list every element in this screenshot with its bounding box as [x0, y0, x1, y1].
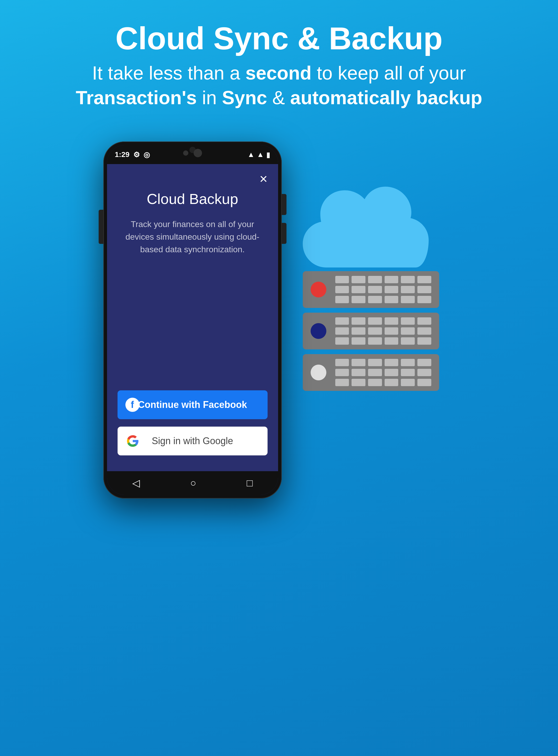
- google-icon: [126, 434, 140, 448]
- back-nav-icon[interactable]: ◁: [132, 477, 140, 489]
- wifi-icon: ▲: [247, 150, 255, 159]
- facebook-button-label: Continue with Facebook: [138, 399, 247, 410]
- subtitle-text2: Transaction's in Sync & automatically ba…: [76, 87, 482, 108]
- phone-device: 1:29 ⚙ ◎ ▲ ▲ ▮ × Cloud Backup Track your…: [103, 142, 282, 498]
- recent-nav-icon[interactable]: □: [247, 478, 253, 489]
- subtitle-text1: It take less than a second to keep all o…: [92, 63, 466, 83]
- subtitle: It take less than a second to keep all o…: [26, 61, 532, 110]
- front-camera-main: [194, 149, 202, 157]
- settings-icon: ⚙: [133, 150, 140, 159]
- facebook-button[interactable]: f Continue with Facebook: [118, 390, 268, 419]
- server-indicator-red: [311, 282, 326, 297]
- google-g-icon: [127, 435, 138, 447]
- server-rack: [303, 271, 439, 391]
- phone-screen: 1:29 ⚙ ◎ ▲ ▲ ▮ × Cloud Backup Track your…: [107, 145, 278, 495]
- status-left: 1:29 ⚙ ◎: [115, 150, 150, 159]
- home-nav-icon[interactable]: ○: [190, 478, 196, 489]
- server-grid-2: [335, 317, 431, 345]
- status-time: 1:29: [115, 150, 130, 159]
- screen-content: × Cloud Backup Track your finances on al…: [107, 164, 278, 471]
- screen-description: Track your finances on all of your devic…: [118, 218, 268, 256]
- server-indicator-navy: [311, 323, 326, 339]
- status-right: ▲ ▲ ▮: [247, 150, 270, 159]
- server-indicator-white: [311, 365, 326, 380]
- front-camera: [183, 150, 188, 156]
- server-grid-3: [335, 359, 431, 386]
- screen-title: Cloud Backup: [118, 190, 268, 208]
- server-grid-1: [335, 276, 431, 303]
- main-title: Cloud Sync & Backup: [26, 21, 532, 56]
- volume-up-button[interactable]: [282, 194, 286, 215]
- google-button[interactable]: Sign in with Google: [118, 426, 268, 456]
- facebook-f-letter: f: [131, 400, 134, 410]
- facebook-icon: f: [125, 398, 140, 412]
- server-unit-1: [303, 271, 439, 308]
- camera-area: [183, 149, 202, 157]
- power-button[interactable]: [99, 210, 103, 244]
- server-unit-2: [303, 313, 439, 349]
- content-area: 1:29 ⚙ ◎ ▲ ▲ ▮ × Cloud Backup Track your…: [0, 123, 558, 756]
- auth-buttons: f Continue with Facebook: [118, 390, 268, 461]
- server-unit-3: [303, 354, 439, 391]
- header-section: Cloud Sync & Backup It take less than a …: [0, 0, 558, 123]
- cloud-server-illustration: [282, 186, 455, 396]
- record-icon: ◎: [144, 150, 150, 159]
- phone-wrapper: 1:29 ⚙ ◎ ▲ ▲ ▮ × Cloud Backup Track your…: [103, 142, 282, 498]
- google-button-label: Sign in with Google: [152, 436, 233, 446]
- nav-bar: ◁ ○ □: [107, 471, 278, 495]
- cloud-icon: [295, 186, 447, 278]
- signal-icon: ▲: [257, 150, 264, 159]
- battery-icon: ▮: [266, 150, 270, 159]
- close-button[interactable]: ×: [259, 172, 267, 186]
- volume-down-button[interactable]: [282, 223, 286, 244]
